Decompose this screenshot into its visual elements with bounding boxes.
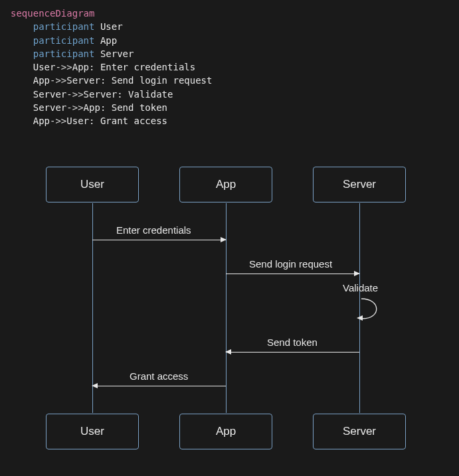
- actor-app-top: App: [179, 167, 272, 202]
- actor-app-bottom: App: [179, 414, 272, 449]
- code-block: sequenceDiagram participant User partici…: [0, 0, 459, 132]
- actor-label: User: [80, 425, 104, 438]
- lifeline-user: [92, 203, 93, 413]
- message-label: Grant access: [130, 370, 188, 386]
- actor-label: App: [216, 178, 236, 191]
- actor-user-top: User: [46, 167, 139, 202]
- message-send-login-request: Send login request: [226, 274, 359, 274]
- actor-label: Server: [343, 425, 376, 438]
- actor-label: App: [216, 425, 236, 438]
- actor-server-bottom: Server: [313, 414, 406, 449]
- actor-server-top: Server: [313, 167, 406, 202]
- sequence-diagram: User App Server User App Server Enter cr…: [0, 159, 459, 444]
- actor-user-bottom: User: [46, 414, 139, 449]
- message-send-token: Send token: [226, 352, 359, 353]
- actor-label: User: [80, 178, 104, 191]
- message-grant-access: Grant access: [92, 386, 226, 386]
- message-validate-self: [361, 296, 385, 319]
- actor-label: Server: [343, 178, 376, 191]
- message-label: Send login request: [249, 258, 332, 274]
- message-enter-credentials: Enter credentials: [92, 240, 226, 240]
- message-label: Validate: [343, 282, 378, 293]
- message-label: Send token: [267, 337, 318, 352]
- lifeline-server: [359, 203, 360, 413]
- lifeline-app: [226, 203, 227, 413]
- message-label: Enter credentials: [116, 224, 191, 240]
